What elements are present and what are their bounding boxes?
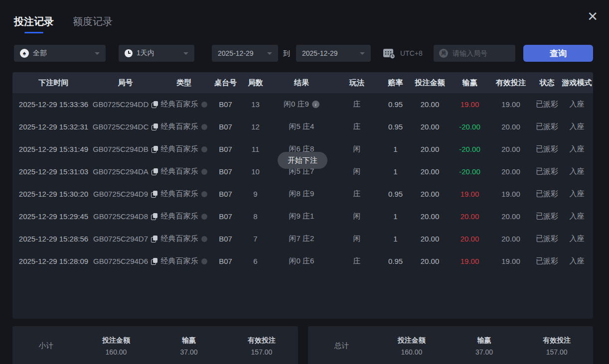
column-header: 桌台号 [212, 78, 239, 88]
cell-bet-amount: 20.00 [409, 257, 451, 265]
copy-icon[interactable] [151, 258, 157, 265]
cell-bet-time: 2025-12-29 15:29:45 [12, 212, 95, 221]
copy-icon[interactable] [152, 168, 158, 175]
cell-game-mode: 入座 [561, 189, 593, 199]
summary-stat-label: 投注金额 [80, 336, 152, 345]
cell-win-loss: 20.00 [451, 235, 488, 243]
help-dot-icon [201, 102, 207, 108]
copy-icon[interactable] [151, 213, 157, 220]
cell-odds: 0.95 [382, 100, 409, 109]
column-header: 输赢 [451, 78, 488, 88]
tab-quota-records[interactable]: 额度记录 [73, 15, 113, 33]
table-body: 2025-12-29 15:33:36GB0725C294DD经典百家乐B071… [12, 93, 593, 272]
cell-win-loss: -20.00 [451, 122, 488, 131]
date-from-select[interactable]: 2025-12-29 [212, 45, 278, 62]
subtotal-panel: 小计 投注金额160.00输赢37.00有效投注157.00 [12, 326, 298, 364]
cell-table-no: B07 [212, 190, 239, 198]
subtotal-label: 小计 [12, 336, 80, 351]
chevron-down-icon [360, 52, 365, 55]
chevron-down-icon [267, 52, 272, 55]
copy-icon[interactable] [152, 101, 158, 108]
cell-win-loss: -20.00 [451, 145, 488, 153]
game-type-select[interactable]: ♠ 全部 [14, 45, 106, 62]
round-number-icon: 局 [439, 49, 448, 58]
cell-odds: 0.95 [382, 257, 409, 265]
summary-stat-value: 157.00 [225, 348, 298, 356]
date-to-label: 到 [283, 45, 290, 62]
round-id-value: GB0725C294D6 [93, 257, 148, 265]
cell-win-loss: 20.00 [451, 212, 488, 221]
cell-round-id: GB0725C294D9 [95, 190, 156, 198]
game-type-value: 经典百家乐 [161, 144, 198, 154]
copy-icon[interactable] [151, 236, 157, 243]
cell-status: 已派彩 [533, 167, 561, 176]
cell-odds: 1 [382, 235, 409, 243]
time-range-select[interactable]: 1天内 [119, 45, 194, 62]
copy-icon[interactable] [152, 123, 158, 130]
help-dot-icon [201, 214, 207, 220]
cell-odds: 1 [382, 145, 409, 153]
cell-valid-bet: 19.00 [488, 100, 533, 109]
cell-round-count: 13 [239, 100, 272, 109]
cell-round-id: GB0725C294D6 [95, 257, 156, 265]
round-id-value: GB0725C294D9 [93, 190, 148, 198]
cell-status: 已派彩 [533, 256, 561, 266]
cell-game-type: 经典百家乐 [156, 144, 212, 154]
game-type-value: 经典百家乐 [161, 256, 198, 266]
summary-stat: 有效投注157.00 [225, 336, 298, 356]
start-betting-toast: 开始下注 [278, 152, 327, 169]
copy-icon[interactable] [152, 146, 158, 153]
cell-play: 庄 [331, 189, 382, 199]
column-header: 游戏模式 [561, 78, 593, 88]
cell-round-id: GB0725C294DC [95, 122, 156, 131]
help-dot-icon [201, 258, 207, 264]
close-icon[interactable]: ✕ [585, 8, 600, 25]
cell-status: 已派彩 [533, 144, 561, 154]
summary-stat-value: 160.00 [375, 348, 448, 356]
clock-icon [125, 49, 133, 57]
tab-betting-records[interactable]: 投注记录 [14, 15, 54, 33]
round-id-value: GB0725C294DA [93, 167, 149, 176]
cell-odds: 0.95 [382, 190, 409, 198]
cell-valid-bet: 20.00 [488, 167, 533, 176]
date-to-select[interactable]: 2025-12-29 [296, 45, 371, 62]
copy-icon[interactable] [151, 191, 157, 198]
cell-odds: 0.95 [382, 122, 409, 131]
cell-play: 庄 [331, 122, 382, 131]
cell-result: 闲5 庄4 [272, 122, 331, 131]
timezone-control[interactable]: UTC+8 [383, 47, 423, 59]
cell-valid-bet: 20.00 [488, 212, 533, 221]
cell-round-count: 7 [239, 235, 272, 243]
cell-bet-time: 2025-12-29 15:31:49 [12, 145, 95, 153]
chevron-down-icon [95, 52, 100, 55]
cell-game-type: 经典百家乐 [156, 189, 212, 199]
game-type-value: 经典百家乐 [161, 167, 198, 176]
cell-bet-amount: 20.00 [409, 167, 451, 176]
cell-play: 庄 [331, 256, 382, 266]
total-label: 总计 [308, 336, 375, 351]
cell-bet-time: 2025-12-29 15:30:20 [12, 190, 95, 198]
result-value: 闲0 庄6 [289, 256, 314, 266]
round-id-value: GB0725C294D7 [93, 235, 148, 243]
round-id-value: GB0725C294DD [93, 100, 149, 109]
cell-bet-time: 2025-12-29 15:31:03 [12, 167, 95, 176]
game-type-value: 经典百家乐 [161, 234, 198, 243]
cell-round-count: 10 [239, 167, 272, 176]
cell-round-count: 11 [239, 145, 272, 153]
cell-game-mode: 入座 [561, 234, 593, 243]
info-icon[interactable]: i [312, 101, 319, 108]
column-header: 状态 [533, 78, 561, 88]
help-dot-icon [201, 146, 207, 152]
chevron-down-icon [183, 52, 188, 55]
cell-game-mode: 入座 [561, 167, 593, 176]
cell-round-id: GB0725C294DA [95, 167, 156, 176]
cell-play: 闲 [331, 234, 382, 243]
calendar-clock-icon [383, 47, 396, 59]
column-header: 玩法 [331, 78, 382, 88]
summary-stat-value: 157.00 [520, 348, 593, 356]
query-button[interactable]: 查询 [523, 45, 593, 62]
table-row: 2025-12-29 15:32:31GB0725C294DC经典百家乐B071… [12, 116, 593, 138]
date-to-value: 2025-12-29 [302, 49, 338, 57]
summary-stat-label: 输赢 [152, 336, 225, 345]
cell-game-mode: 入座 [561, 144, 593, 154]
